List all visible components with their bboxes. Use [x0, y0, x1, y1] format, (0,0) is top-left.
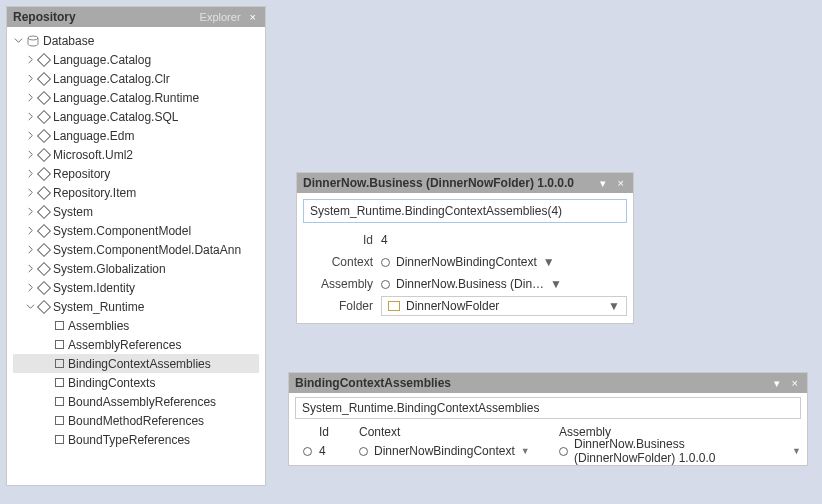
- chevron-right-icon[interactable]: [25, 74, 35, 83]
- list-title: BindingContextAssemblies: [295, 376, 765, 390]
- tree-child[interactable]: AssemblyReferences: [13, 335, 259, 354]
- chevron-right-icon[interactable]: [25, 169, 35, 178]
- col-id: Id: [319, 425, 359, 439]
- circle-icon: [381, 280, 390, 289]
- list-row[interactable]: 4 DinnerNowBindingContext▼ DinnerNow.Bus…: [295, 441, 801, 461]
- tree-node[interactable]: System.Globalization: [13, 259, 259, 278]
- circle-icon: [559, 447, 568, 456]
- tree-child[interactable]: BoundMethodReferences: [13, 411, 259, 430]
- tree-node-label: Language.Catalog.Clr: [53, 72, 170, 86]
- tree-node-label: System_Runtime: [53, 300, 144, 314]
- detail-header: DinnerNow.Business (DinnerNowFolder) 1.0…: [297, 173, 633, 193]
- chevron-right-icon[interactable]: [25, 93, 35, 102]
- pin-icon[interactable]: ▾: [597, 177, 609, 190]
- tree-node-label: Language.Edm: [53, 129, 134, 143]
- chevron-right-icon[interactable]: [25, 188, 35, 197]
- tree-node[interactable]: Language.Catalog.Runtime: [13, 88, 259, 107]
- square-icon: [55, 378, 64, 387]
- pin-icon[interactable]: ▾: [771, 377, 783, 390]
- diamond-icon: [37, 90, 51, 104]
- assembly-dropdown[interactable]: DinnerNow.Business (Din… ▼: [381, 277, 627, 291]
- tree-node-label: System.Identity: [53, 281, 135, 295]
- context-label: Context: [303, 255, 373, 269]
- tree-child-label: BoundMethodReferences: [68, 414, 204, 428]
- tree-node[interactable]: System.ComponentModel.DataAnn: [13, 240, 259, 259]
- diamond-icon: [37, 52, 51, 66]
- chevron-right-icon[interactable]: [25, 55, 35, 64]
- tree-node-label: Repository.Item: [53, 186, 136, 200]
- square-icon: [55, 435, 64, 444]
- chevron-right-icon[interactable]: [25, 150, 35, 159]
- tree-node[interactable]: Language.Edm: [13, 126, 259, 145]
- tree-node[interactable]: System.ComponentModel: [13, 221, 259, 240]
- row-context: DinnerNowBindingContext: [374, 444, 515, 458]
- list-panel: BindingContextAssemblies ▾ × System_Runt…: [288, 372, 808, 466]
- tree-root[interactable]: Database: [13, 31, 259, 50]
- diamond-icon: [37, 223, 51, 237]
- detail-panel: DinnerNow.Business (DinnerNowFolder) 1.0…: [296, 172, 634, 324]
- assembly-label: Assembly: [303, 277, 373, 291]
- tree-node[interactable]: Language.Catalog: [13, 50, 259, 69]
- svg-point-0: [28, 36, 38, 40]
- list-header: BindingContextAssemblies ▾ ×: [289, 373, 807, 393]
- chevron-down-icon[interactable]: [13, 36, 23, 45]
- chevron-right-icon[interactable]: [25, 245, 35, 254]
- circle-icon: [381, 258, 390, 267]
- tree-child[interactable]: Assemblies: [13, 316, 259, 335]
- tree-node[interactable]: Language.Catalog.Clr: [13, 69, 259, 88]
- diamond-icon: [37, 280, 51, 294]
- folder-dropdown[interactable]: DinnerNowFolder ▼: [381, 296, 627, 316]
- tree-node-label: System.ComponentModel: [53, 224, 191, 238]
- row-assembly: DinnerNow.Business (DinnerNowFolder) 1.0…: [574, 437, 786, 465]
- square-icon: [55, 397, 64, 406]
- chevron-right-icon[interactable]: [25, 112, 35, 121]
- tree-child-label: BoundTypeReferences: [68, 433, 190, 447]
- square-icon: [55, 416, 64, 425]
- repository-title: Repository: [13, 10, 194, 24]
- tree-node-label: Language.Catalog.SQL: [53, 110, 178, 124]
- tree-node-label: System.Globalization: [53, 262, 166, 276]
- folder-label: Folder: [303, 299, 373, 313]
- chevron-down-icon: ▼: [521, 446, 530, 456]
- tree-child-label: Assemblies: [68, 319, 129, 333]
- tree-node[interactable]: Repository.Item: [13, 183, 259, 202]
- field-context: Context DinnerNowBindingContext ▼: [303, 251, 627, 273]
- tree-node[interactable]: Repository: [13, 164, 259, 183]
- chevron-right-icon[interactable]: [25, 226, 35, 235]
- tree-node[interactable]: Language.Catalog.SQL: [13, 107, 259, 126]
- chevron-down-icon[interactable]: [25, 302, 35, 311]
- diamond-icon: [37, 166, 51, 180]
- tree-node-expanded[interactable]: System_Runtime: [13, 297, 259, 316]
- diamond-icon: [37, 185, 51, 199]
- tree-child[interactable]: BindingContextAssemblies: [13, 354, 259, 373]
- chevron-right-icon[interactable]: [25, 283, 35, 292]
- square-icon: [55, 321, 64, 330]
- tree-child[interactable]: BindingContexts: [13, 373, 259, 392]
- close-icon[interactable]: ×: [615, 177, 627, 189]
- row-id: 4: [319, 444, 359, 458]
- close-icon[interactable]: ×: [789, 377, 801, 389]
- tree-child[interactable]: BoundTypeReferences: [13, 430, 259, 449]
- circle-icon: [303, 447, 312, 456]
- diamond-icon: [37, 204, 51, 218]
- tree-child-label: BoundAssemblyReferences: [68, 395, 216, 409]
- detail-title: DinnerNow.Business (DinnerNowFolder) 1.0…: [303, 176, 591, 190]
- chevron-down-icon: ▼: [550, 277, 562, 291]
- context-dropdown[interactable]: DinnerNowBindingContext ▼: [381, 255, 627, 269]
- tree-child[interactable]: BoundAssemblyReferences: [13, 392, 259, 411]
- chevron-right-icon[interactable]: [25, 207, 35, 216]
- square-icon: [55, 359, 64, 368]
- tree-node[interactable]: System: [13, 202, 259, 221]
- chevron-right-icon[interactable]: [25, 264, 35, 273]
- chevron-down-icon: ▼: [608, 299, 620, 313]
- tree-node[interactable]: System.Identity: [13, 278, 259, 297]
- tree-node[interactable]: Microsoft.Uml2: [13, 145, 259, 164]
- tree-child-label: BindingContexts: [68, 376, 155, 390]
- chevron-right-icon[interactable]: [25, 131, 35, 140]
- tree-child-label: BindingContextAssemblies: [68, 357, 211, 371]
- diamond-icon: [37, 109, 51, 123]
- repository-panel: Repository Explorer × Database Language.…: [6, 6, 266, 486]
- tree-child-label: AssemblyReferences: [68, 338, 181, 352]
- tree-node-label: Language.Catalog.Runtime: [53, 91, 199, 105]
- close-icon[interactable]: ×: [247, 11, 259, 23]
